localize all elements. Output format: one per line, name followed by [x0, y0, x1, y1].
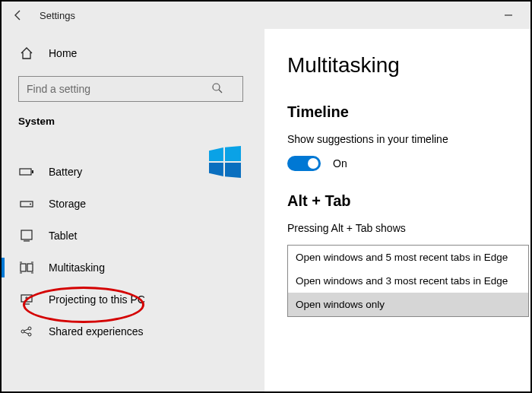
multitask-icon — [18, 261, 35, 274]
windows-logo-icon — [209, 146, 241, 178]
search-icon — [211, 82, 223, 97]
alttab-heading: Alt + Tab — [287, 192, 530, 210]
svg-point-1 — [213, 84, 220, 90]
svg-line-21 — [24, 332, 28, 334]
svg-point-18 — [28, 327, 31, 330]
search-input[interactable] — [18, 76, 243, 102]
sidebar-item-label: Battery — [49, 166, 82, 178]
svg-point-6 — [30, 204, 31, 205]
svg-point-19 — [28, 333, 31, 336]
svg-marker-24 — [209, 163, 223, 176]
sidebar-item-shared[interactable]: Shared experiences — [18, 315, 248, 347]
svg-line-20 — [24, 329, 28, 331]
back-button[interactable] — [8, 5, 29, 26]
svg-rect-10 — [27, 264, 33, 271]
battery-icon — [18, 166, 35, 177]
timeline-toggle[interactable] — [287, 156, 321, 171]
project-icon — [18, 293, 35, 306]
sidebar-item-multitasking[interactable]: Multitasking — [18, 252, 248, 284]
storage-icon — [18, 198, 35, 209]
alttab-label: Pressing Alt + Tab shows — [287, 222, 530, 234]
svg-rect-3 — [20, 169, 31, 175]
home-label: Home — [49, 47, 77, 59]
home-nav[interactable]: Home — [18, 38, 248, 68]
svg-line-2 — [219, 90, 222, 93]
sidebar-item-tablet[interactable]: Tablet — [18, 220, 248, 252]
svg-rect-4 — [32, 170, 33, 173]
svg-marker-22 — [209, 147, 223, 161]
svg-rect-7 — [21, 230, 32, 239]
alttab-dropdown[interactable]: Open windows and 5 most recent tabs in E… — [287, 245, 529, 317]
sidebar-item-label: Projecting to this PC — [49, 293, 145, 306]
svg-marker-25 — [225, 163, 241, 178]
sidebar-item-label: Storage — [49, 198, 86, 210]
shared-icon — [18, 325, 35, 338]
svg-rect-9 — [21, 264, 26, 271]
timeline-heading: Timeline — [287, 103, 530, 121]
minimize-button[interactable] — [492, 5, 524, 26]
alttab-option[interactable]: Open windows and 3 most recent tabs in E… — [288, 269, 528, 293]
page-heading: Multitasking — [287, 53, 530, 78]
sidebar-section-heading: System — [18, 116, 248, 127]
svg-point-17 — [21, 330, 24, 333]
svg-marker-23 — [225, 146, 241, 161]
timeline-toggle-state: On — [333, 157, 347, 170]
sidebar-item-label: Shared experiences — [49, 325, 144, 338]
sidebar-item-label: Tablet — [49, 230, 77, 242]
sidebar-item-projecting[interactable]: Projecting to this PC — [18, 284, 248, 315]
window-title: Settings — [40, 10, 75, 21]
tablet-icon — [18, 230, 35, 242]
timeline-label: Show suggestions in your timeline — [287, 133, 530, 145]
home-icon — [18, 46, 35, 60]
sidebar-item-label: Multitasking — [49, 261, 105, 274]
sidebar-item-storage[interactable]: Storage — [18, 188, 248, 220]
alttab-option[interactable]: Open windows only — [288, 293, 528, 316]
alttab-option[interactable]: Open windows and 5 most recent tabs in E… — [288, 246, 528, 269]
